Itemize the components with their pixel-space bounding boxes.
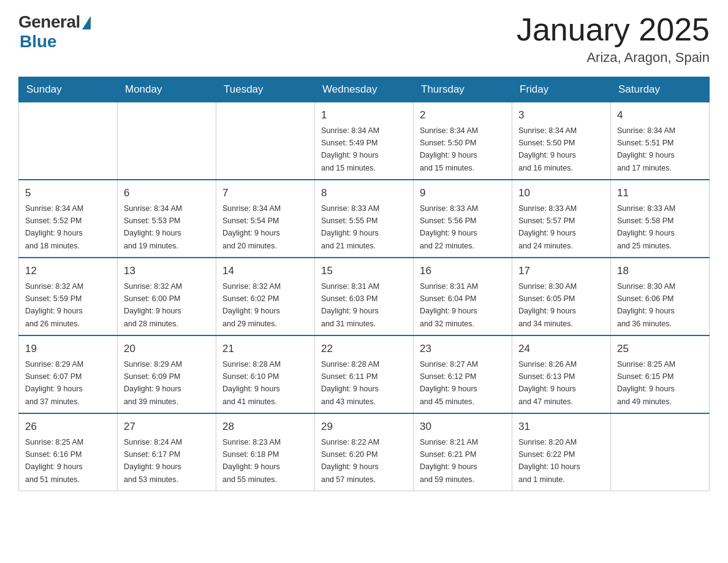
calendar-cell: 20Sunrise: 8:29 AMSunset: 6:09 PMDayligh… [118, 335, 216, 413]
location-text: Ariza, Aragon, Spain [517, 50, 710, 66]
calendar-day-header: Monday [118, 77, 216, 102]
calendar-cell: 18Sunrise: 8:30 AMSunset: 6:06 PMDayligh… [611, 258, 710, 335]
day-info: Sunrise: 8:33 AMSunset: 5:55 PMDaylight:… [321, 204, 379, 250]
calendar-cell [216, 102, 315, 180]
calendar-table: SundayMondayTuesdayWednesdayThursdayFrid… [18, 77, 710, 491]
day-info: Sunrise: 8:32 AMSunset: 5:59 PMDaylight:… [25, 282, 83, 328]
day-info: Sunrise: 8:34 AMSunset: 5:50 PMDaylight:… [518, 126, 577, 172]
calendar-cell: 8Sunrise: 8:33 AMSunset: 5:55 PMDaylight… [315, 180, 414, 258]
day-number: 20 [124, 341, 210, 357]
calendar-day-header: Wednesday [315, 77, 414, 102]
calendar-cell: 31Sunrise: 8:20 AMSunset: 6:22 PMDayligh… [512, 413, 611, 491]
day-number: 29 [321, 419, 407, 435]
day-info: Sunrise: 8:34 AMSunset: 5:50 PMDaylight:… [420, 126, 478, 172]
day-info: Sunrise: 8:31 AMSunset: 6:03 PMDaylight:… [321, 282, 379, 328]
day-number: 19 [25, 341, 111, 357]
day-number: 31 [518, 419, 604, 435]
day-info: Sunrise: 8:34 AMSunset: 5:49 PMDaylight:… [321, 126, 379, 172]
calendar-cell: 4Sunrise: 8:34 AMSunset: 5:51 PMDaylight… [611, 102, 710, 180]
calendar-cell: 5Sunrise: 8:34 AMSunset: 5:52 PMDaylight… [19, 180, 118, 258]
calendar-cell: 15Sunrise: 8:31 AMSunset: 6:03 PMDayligh… [315, 258, 414, 335]
calendar-day-header: Sunday [19, 77, 118, 102]
calendar-cell: 3Sunrise: 8:34 AMSunset: 5:50 PMDaylight… [512, 102, 611, 180]
logo-general-text: General [18, 12, 80, 32]
logo-triangle-icon [82, 16, 91, 29]
day-number: 9 [420, 185, 506, 201]
day-number: 6 [124, 185, 210, 201]
day-number: 18 [617, 263, 703, 279]
calendar-week-row: 19Sunrise: 8:29 AMSunset: 6:07 PMDayligh… [19, 335, 710, 413]
day-number: 14 [222, 263, 308, 279]
day-info: Sunrise: 8:27 AMSunset: 6:12 PMDaylight:… [420, 360, 478, 406]
day-number: 25 [617, 341, 703, 357]
day-number: 22 [321, 341, 407, 357]
day-info: Sunrise: 8:34 AMSunset: 5:54 PMDaylight:… [222, 204, 281, 250]
calendar-cell: 27Sunrise: 8:24 AMSunset: 6:17 PMDayligh… [118, 413, 216, 491]
calendar-cell: 16Sunrise: 8:31 AMSunset: 6:04 PMDayligh… [414, 258, 512, 335]
calendar-week-row: 12Sunrise: 8:32 AMSunset: 5:59 PMDayligh… [19, 258, 710, 335]
day-info: Sunrise: 8:25 AMSunset: 6:16 PMDaylight:… [25, 438, 83, 484]
day-info: Sunrise: 8:30 AMSunset: 6:06 PMDaylight:… [617, 282, 675, 328]
calendar-cell: 1Sunrise: 8:34 AMSunset: 5:49 PMDaylight… [315, 102, 414, 180]
day-info: Sunrise: 8:31 AMSunset: 6:04 PMDaylight:… [420, 282, 478, 328]
day-number: 8 [321, 185, 407, 201]
day-info: Sunrise: 8:22 AMSunset: 6:20 PMDaylight:… [321, 438, 379, 484]
calendar-day-header: Saturday [611, 77, 710, 102]
calendar-cell: 7Sunrise: 8:34 AMSunset: 5:54 PMDaylight… [216, 180, 315, 258]
calendar-day-header: Thursday [414, 77, 512, 102]
day-number: 27 [124, 419, 210, 435]
day-number: 7 [222, 185, 308, 201]
day-info: Sunrise: 8:24 AMSunset: 6:17 PMDaylight:… [124, 438, 182, 484]
day-info: Sunrise: 8:32 AMSunset: 6:00 PMDaylight:… [124, 282, 182, 328]
calendar-cell: 26Sunrise: 8:25 AMSunset: 6:16 PMDayligh… [19, 413, 118, 491]
day-number: 11 [617, 185, 703, 201]
calendar-cell: 24Sunrise: 8:26 AMSunset: 6:13 PMDayligh… [512, 335, 611, 413]
calendar-cell: 14Sunrise: 8:32 AMSunset: 6:02 PMDayligh… [216, 258, 315, 335]
day-info: Sunrise: 8:28 AMSunset: 6:10 PMDaylight:… [222, 360, 281, 406]
day-number: 23 [420, 341, 506, 357]
calendar-day-header: Tuesday [216, 77, 315, 102]
day-number: 24 [518, 341, 604, 357]
calendar-cell: 13Sunrise: 8:32 AMSunset: 6:00 PMDayligh… [118, 258, 216, 335]
calendar-header-row: SundayMondayTuesdayWednesdayThursdayFrid… [19, 77, 710, 102]
day-number: 1 [321, 107, 407, 123]
day-number: 16 [420, 263, 506, 279]
calendar-cell: 12Sunrise: 8:32 AMSunset: 5:59 PMDayligh… [19, 258, 118, 335]
logo-blue-text: Blue [20, 32, 57, 52]
calendar-cell [118, 102, 216, 180]
calendar-cell: 21Sunrise: 8:28 AMSunset: 6:10 PMDayligh… [216, 335, 315, 413]
day-number: 21 [222, 341, 308, 357]
day-number: 15 [321, 263, 407, 279]
calendar-cell [611, 413, 710, 491]
calendar-cell: 6Sunrise: 8:34 AMSunset: 5:53 PMDaylight… [118, 180, 216, 258]
day-info: Sunrise: 8:34 AMSunset: 5:53 PMDaylight:… [124, 204, 182, 250]
month-title: January 2025 [517, 12, 710, 47]
calendar-cell: 23Sunrise: 8:27 AMSunset: 6:12 PMDayligh… [414, 335, 512, 413]
day-number: 28 [222, 419, 308, 435]
calendar-cell: 19Sunrise: 8:29 AMSunset: 6:07 PMDayligh… [19, 335, 118, 413]
day-info: Sunrise: 8:34 AMSunset: 5:51 PMDaylight:… [617, 126, 675, 172]
day-number: 12 [25, 263, 111, 279]
day-info: Sunrise: 8:26 AMSunset: 6:13 PMDaylight:… [518, 360, 577, 406]
day-number: 2 [420, 107, 506, 123]
logo: General Blue [18, 12, 91, 52]
calendar-week-row: 5Sunrise: 8:34 AMSunset: 5:52 PMDaylight… [19, 180, 710, 258]
calendar-week-row: 1Sunrise: 8:34 AMSunset: 5:49 PMDaylight… [19, 102, 710, 180]
day-info: Sunrise: 8:30 AMSunset: 6:05 PMDaylight:… [518, 282, 577, 328]
day-number: 10 [518, 185, 604, 201]
calendar-cell: 10Sunrise: 8:33 AMSunset: 5:57 PMDayligh… [512, 180, 611, 258]
calendar-cell: 30Sunrise: 8:21 AMSunset: 6:21 PMDayligh… [414, 413, 512, 491]
calendar-cell: 25Sunrise: 8:25 AMSunset: 6:15 PMDayligh… [611, 335, 710, 413]
day-info: Sunrise: 8:29 AMSunset: 6:07 PMDaylight:… [25, 360, 83, 406]
calendar-cell: 11Sunrise: 8:33 AMSunset: 5:58 PMDayligh… [611, 180, 710, 258]
day-number: 4 [617, 107, 703, 123]
calendar-cell: 2Sunrise: 8:34 AMSunset: 5:50 PMDaylight… [414, 102, 512, 180]
day-info: Sunrise: 8:21 AMSunset: 6:21 PMDaylight:… [420, 438, 478, 484]
day-info: Sunrise: 8:33 AMSunset: 5:56 PMDaylight:… [420, 204, 478, 250]
calendar-cell: 9Sunrise: 8:33 AMSunset: 5:56 PMDaylight… [414, 180, 512, 258]
title-section: January 2025 Ariza, Aragon, Spain [517, 12, 710, 66]
day-info: Sunrise: 8:23 AMSunset: 6:18 PMDaylight:… [222, 438, 281, 484]
day-info: Sunrise: 8:25 AMSunset: 6:15 PMDaylight:… [617, 360, 675, 406]
day-info: Sunrise: 8:32 AMSunset: 6:02 PMDaylight:… [222, 282, 281, 328]
day-info: Sunrise: 8:28 AMSunset: 6:11 PMDaylight:… [321, 360, 379, 406]
